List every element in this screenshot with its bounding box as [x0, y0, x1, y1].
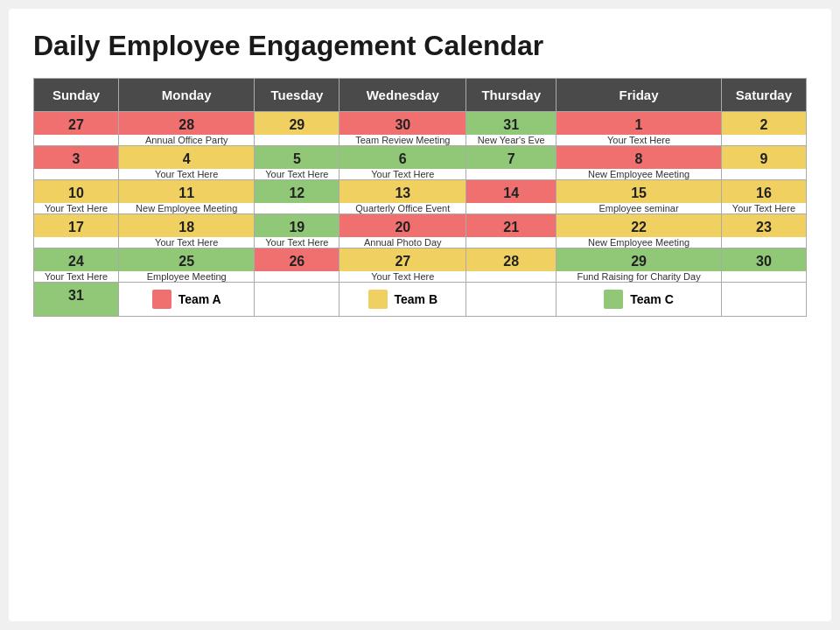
event-cell-w0-d2: [255, 135, 340, 146]
header-thursday: Thursday: [466, 79, 556, 112]
date-cell-w3-d3: 20: [340, 214, 466, 238]
date-cell-31: 31: [34, 283, 119, 317]
header-row: Sunday Monday Tuesday Wednesday Thursday…: [34, 79, 807, 112]
event-cell-w4-d6: [721, 271, 806, 283]
header-saturday: Saturday: [721, 79, 806, 112]
date-cell-w2-d5: 15: [556, 180, 722, 204]
event-cell-w3-d3: Annual Photo Day: [340, 237, 466, 248]
event-cell-w4-d1: Employee Meeting: [119, 271, 255, 283]
header-friday: Friday: [556, 79, 722, 112]
date-number: 1: [556, 112, 721, 135]
date-number: 9: [722, 146, 806, 169]
date-number: 27: [34, 112, 118, 135]
page-title: Daily Employee Engagement Calendar: [33, 30, 807, 62]
date-cell-w0-d5: 1: [556, 112, 722, 136]
date-number: 29: [255, 112, 339, 135]
date-row-0: 272829303112: [34, 112, 807, 136]
date-number: 30: [722, 248, 806, 271]
legend-label: Team B: [395, 292, 438, 306]
date-number: 10: [34, 180, 118, 203]
date-number: 6: [340, 146, 466, 169]
page: Daily Employee Engagement Calendar Sunda…: [9, 9, 831, 621]
header-tuesday: Tuesday: [255, 79, 340, 112]
date-cell-w0-d0: 27: [34, 112, 119, 136]
event-cell-w2-d2: [255, 203, 340, 214]
date-cell-w1-d6: 9: [721, 146, 806, 170]
date-number: 18: [119, 214, 254, 237]
header-monday: Monday: [119, 79, 255, 112]
date-cell-w4-d1: 25: [119, 248, 255, 272]
date-cell-w2-d3: 13: [340, 180, 466, 204]
date-cell-w0-d6: 2: [721, 112, 806, 136]
event-cell-w1-d4: [466, 169, 556, 180]
event-cell-w0-d6: [721, 135, 806, 146]
date-number: 16: [722, 180, 806, 203]
date-cell-w2-d6: 16: [721, 180, 806, 204]
date-number: 3: [34, 146, 118, 169]
empty-last-cell-4: [466, 283, 556, 317]
legend-item-team-c: Team C: [556, 283, 722, 317]
date-number: 26: [255, 248, 339, 271]
event-cell-w1-d6: [721, 169, 806, 180]
date-number: 25: [119, 248, 254, 271]
event-cell-w4-d0: Your Text Here: [34, 271, 119, 283]
date-cell-w3-d1: 18: [119, 214, 255, 238]
legend-color-box: [152, 290, 172, 309]
calendar-table: Sunday Monday Tuesday Wednesday Thursday…: [33, 78, 807, 317]
event-cell-w0-d4: New Year's Eve: [466, 135, 556, 146]
event-cell-w3-d2: Your Text Here: [255, 237, 340, 248]
date-cell-w3-d5: 22: [556, 214, 722, 238]
event-cell-w3-d4: [466, 237, 556, 248]
legend-color-box: [604, 290, 623, 309]
date-number: 14: [466, 180, 556, 203]
date-number: 31: [34, 283, 118, 305]
date-number: 28: [119, 112, 254, 135]
date-number: 2: [722, 112, 806, 135]
date-number: 13: [340, 180, 466, 203]
event-cell-w0-d3: Team Review Meeting: [340, 135, 466, 146]
event-cell-w3-d1: Your Text Here: [119, 237, 255, 248]
date-cell-w2-d1: 11: [119, 180, 255, 204]
event-cell-w1-d5: New Employee Meeting: [556, 169, 722, 180]
event-row-3: Your Text HereYour Text HereAnnual Photo…: [34, 237, 807, 248]
date-number: 15: [556, 180, 721, 203]
date-cell-w4-d2: 26: [255, 248, 340, 272]
date-cell-w1-d1: 4: [119, 146, 255, 170]
legend-area: Team B: [343, 290, 462, 309]
date-number: 29: [556, 248, 721, 271]
date-cell-w2-d2: 12: [255, 180, 340, 204]
event-cell-w3-d5: New Employee Meeting: [556, 237, 722, 248]
legend-label: Team A: [178, 292, 221, 306]
date-number: 28: [466, 248, 556, 271]
event-cell-w4-d4: [466, 271, 556, 283]
event-cell-w1-d1: Your Text Here: [119, 169, 255, 180]
event-row-2: Your Text HereNew Employee MeetingQuarte…: [34, 203, 807, 214]
date-cell-w4-d3: 27: [340, 248, 466, 272]
date-cell-w0-d4: 31: [466, 112, 556, 136]
date-row-4: 24252627282930: [34, 248, 807, 272]
date-cell-w1-d0: 3: [34, 146, 119, 170]
date-cell-w1-d2: 5: [255, 146, 340, 170]
event-cell-w3-d0: [34, 237, 119, 248]
legend-label: Team C: [630, 292, 674, 306]
event-cell-w1-d3: Your Text Here: [340, 169, 466, 180]
legend-area: Team A: [122, 290, 250, 309]
event-cell-w3-d6: [721, 237, 806, 248]
date-row-3: 17181920212223: [34, 214, 807, 238]
date-cell-w4-d0: 24: [34, 248, 119, 272]
event-cell-w4-d5: Fund Raising for Charity Day: [556, 271, 722, 283]
date-cell-w3-d6: 23: [721, 214, 806, 238]
date-number: 7: [466, 146, 556, 169]
date-cell-w1-d3: 6: [340, 146, 466, 170]
empty-last-cell-2: [255, 283, 340, 317]
date-number: 20: [340, 214, 466, 237]
last-date-row: 31 Team A Team B Team C: [34, 283, 807, 317]
date-row-1: 3456789: [34, 146, 807, 170]
event-cell-w1-d0: [34, 169, 119, 180]
date-number: 4: [119, 146, 254, 169]
legend-item-team-b: Team B: [340, 283, 466, 317]
date-number: 24: [34, 248, 118, 271]
event-cell-w2-d6: Your Text Here: [721, 203, 806, 214]
date-number: 31: [466, 112, 556, 135]
date-number: 21: [466, 214, 556, 237]
